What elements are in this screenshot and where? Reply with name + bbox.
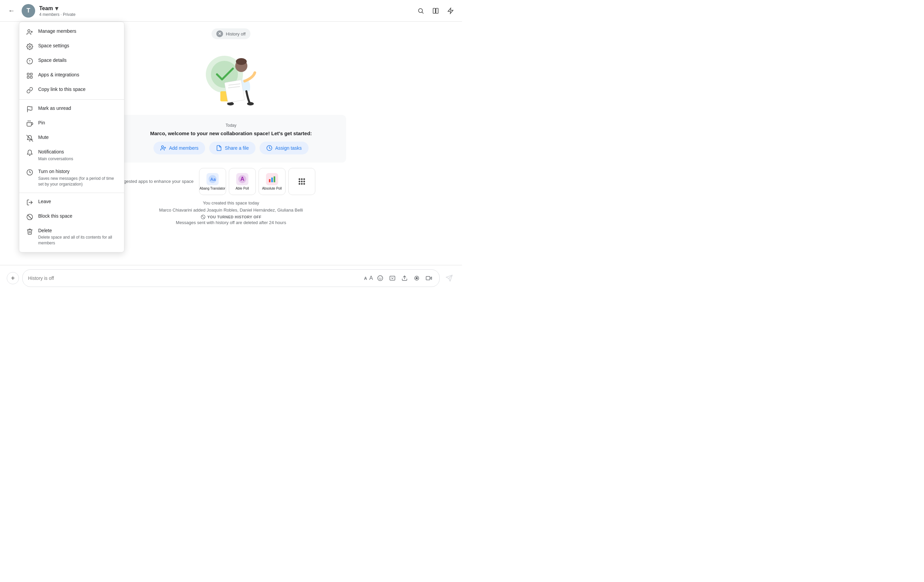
menu-item-label: Mute bbox=[38, 134, 49, 141]
video-button[interactable] bbox=[424, 273, 434, 283]
menu-item-block-space[interactable]: Block this space bbox=[19, 209, 124, 224]
svg-point-0 bbox=[418, 8, 422, 13]
block-icon bbox=[26, 213, 33, 221]
video-icon bbox=[426, 275, 432, 281]
svg-line-24 bbox=[28, 215, 32, 219]
manage-members-icon bbox=[26, 28, 33, 36]
menu-item-label: Manage members bbox=[38, 28, 76, 35]
svg-point-52 bbox=[299, 183, 300, 185]
search-button[interactable] bbox=[415, 5, 427, 17]
menu-item-apps-integrations[interactable]: Apps & integrations bbox=[19, 68, 124, 83]
svg-point-64 bbox=[416, 277, 418, 279]
svg-point-28 bbox=[236, 58, 247, 65]
welcome-section: Today Marco, welcome to your new collabo… bbox=[116, 115, 346, 163]
app-name: Absolute Poll bbox=[262, 186, 282, 190]
menu-item-label: Apps & integrations bbox=[38, 72, 79, 78]
history-off-label: History off bbox=[226, 31, 245, 36]
svg-point-49 bbox=[299, 181, 300, 182]
svg-point-35 bbox=[162, 146, 163, 148]
action-buttons: Add members Share a file Assign tasks bbox=[127, 142, 335, 155]
menu-item-text: Turn on history Saves new messages (for … bbox=[38, 168, 117, 187]
app-card-able-poll[interactable]: A Able Poll bbox=[229, 168, 256, 195]
menu-item-label: Leave bbox=[38, 198, 51, 205]
svg-point-48 bbox=[304, 179, 305, 180]
abang-translator-icon: Aa bbox=[206, 173, 219, 185]
emoji-button[interactable] bbox=[375, 273, 385, 283]
menu-item-label: Space settings bbox=[38, 43, 69, 49]
copy-link-icon bbox=[26, 87, 33, 94]
menu-item-sublabel: Main conversations bbox=[38, 156, 73, 162]
menu-item-pin[interactable]: Pin bbox=[19, 116, 124, 131]
menu-item-text: Mark as unread bbox=[38, 105, 71, 112]
app-cards: Aa Abang Translator A Able bbox=[199, 168, 315, 195]
split-view-icon bbox=[432, 7, 439, 14]
illustration bbox=[197, 47, 265, 108]
menu-item-notifications[interactable]: Notifications Main conversations bbox=[19, 145, 124, 165]
activity-members-added: Marco Chiavarini added Joaquín Robles, D… bbox=[159, 208, 303, 213]
share-file-button[interactable]: Share a file bbox=[209, 142, 256, 155]
upload-button[interactable] bbox=[399, 273, 409, 283]
message-input[interactable] bbox=[28, 275, 363, 281]
menu-item-leave[interactable]: Leave bbox=[19, 195, 124, 209]
more-apps-button[interactable] bbox=[288, 168, 315, 195]
menu-item-text: Delete Delete space and all of its conte… bbox=[38, 228, 117, 246]
app-card-abang-translator[interactable]: Aa Abang Translator bbox=[199, 168, 226, 195]
menu-item-label: Turn on history bbox=[38, 168, 117, 175]
menu-item-text: Copy link to this space bbox=[38, 86, 86, 93]
svg-rect-66 bbox=[426, 277, 430, 280]
assign-tasks-button[interactable]: Assign tasks bbox=[259, 142, 309, 155]
header-right bbox=[415, 5, 457, 17]
history-off-heading: YOU TURNED HISTORY OFF bbox=[201, 214, 262, 219]
menu-item-label: Copy link to this space bbox=[38, 86, 86, 93]
menu-item-turn-on-history[interactable]: Turn on history Saves new messages (for … bbox=[19, 165, 124, 190]
menu-item-label: Mark as unread bbox=[38, 105, 71, 112]
upload-icon bbox=[401, 275, 408, 281]
space-details-icon bbox=[26, 58, 33, 65]
menu-item-space-settings[interactable]: Space settings bbox=[19, 39, 124, 54]
menu-item-delete[interactable]: Delete Delete space and all of its conte… bbox=[19, 224, 124, 249]
input-actions: A A bbox=[363, 273, 434, 283]
menu-item-manage-members[interactable]: Manage members bbox=[19, 25, 124, 39]
menu-item-text: Leave bbox=[38, 198, 51, 205]
avatar: T bbox=[21, 4, 35, 18]
menu-divider bbox=[19, 193, 124, 193]
menu-item-text: Space details bbox=[38, 57, 67, 64]
share-file-icon bbox=[216, 145, 222, 151]
record-button[interactable] bbox=[412, 273, 422, 283]
space-settings-icon bbox=[26, 43, 33, 50]
svg-point-47 bbox=[301, 179, 302, 180]
able-poll-icon: A bbox=[236, 173, 248, 185]
svg-point-54 bbox=[304, 183, 305, 185]
back-button[interactable]: ← bbox=[5, 5, 18, 17]
mention-icon bbox=[389, 275, 395, 281]
menu-item-label: Delete bbox=[38, 228, 117, 234]
menu-item-text: Manage members bbox=[38, 28, 76, 35]
history-icon bbox=[26, 169, 33, 176]
app-name: Able Poll bbox=[236, 186, 249, 190]
menu-item-copy-link[interactable]: Copy link to this space bbox=[19, 83, 124, 97]
menu-item-space-details[interactable]: Space details bbox=[19, 54, 124, 68]
app-card-absolute-poll[interactable]: Absolute Poll bbox=[259, 168, 285, 195]
send-icon bbox=[446, 274, 453, 282]
welcome-text: Marco, welcome to your new collaboration… bbox=[127, 130, 335, 136]
format-text-button[interactable]: A A bbox=[363, 273, 373, 283]
menu-item-mute[interactable]: Mute bbox=[19, 131, 124, 145]
mention-button[interactable] bbox=[387, 273, 398, 283]
send-button[interactable] bbox=[443, 272, 455, 284]
more-options-button[interactable] bbox=[444, 5, 457, 17]
menu-item-mark-unread[interactable]: Mark as unread bbox=[19, 102, 124, 116]
add-attachment-button[interactable]: + bbox=[7, 272, 19, 284]
space-name-button[interactable]: Team ▾ bbox=[39, 5, 75, 12]
svg-rect-3 bbox=[436, 8, 438, 13]
svg-point-53 bbox=[301, 183, 302, 185]
suggested-label: Suggested apps to enhance your space bbox=[116, 178, 194, 185]
menu-item-text: Space settings bbox=[38, 43, 69, 49]
activity-section: You created this space today Marco Chiav… bbox=[116, 200, 346, 225]
menu-item-text: Apps & integrations bbox=[38, 72, 79, 78]
menu-item-sublabel: Saves new messages (for a period of time… bbox=[38, 176, 117, 187]
split-view-button[interactable] bbox=[429, 5, 442, 17]
svg-point-46 bbox=[299, 179, 300, 180]
search-icon bbox=[417, 7, 424, 14]
add-members-button[interactable]: Add members bbox=[153, 142, 205, 155]
add-members-icon bbox=[160, 145, 166, 151]
